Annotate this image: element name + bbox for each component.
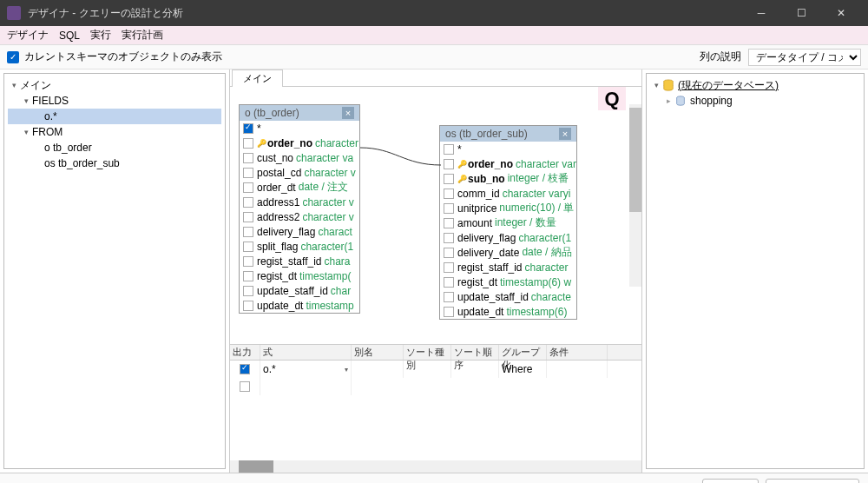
column-row[interactable]: 🔑order_nocharacter v — [240, 136, 359, 150]
column-checkbox[interactable] — [444, 307, 454, 317]
column-row[interactable]: address1character v — [240, 195, 359, 209]
column-checkbox[interactable] — [444, 262, 454, 273]
close-button[interactable]: ✕ — [821, 0, 861, 26]
output-checkbox[interactable] — [240, 381, 250, 392]
tree-main[interactable]: ▾メイン — [8, 77, 221, 93]
column-checkbox[interactable] — [444, 277, 454, 288]
menu-sql[interactable]: SQL — [59, 30, 80, 42]
tree-current-db[interactable]: ▾ (現在のデータベース) — [650, 77, 860, 93]
column-checkbox[interactable] — [243, 227, 253, 237]
column-checkbox[interactable] — [243, 301, 253, 311]
column-row[interactable]: postal_cdcharacter v — [240, 165, 359, 180]
grid-header-output[interactable]: 出力 — [230, 345, 260, 360]
schema-only-checkbox[interactable]: ✓ — [7, 51, 19, 63]
column-checkbox[interactable] — [243, 182, 253, 193]
tree-from-item[interactable]: o tb_order — [8, 140, 221, 155]
column-row[interactable]: update_dttimestamp — [240, 298, 359, 313]
table-header[interactable]: o (tb_order) × — [240, 105, 359, 121]
menu-plan[interactable]: 実行計画 — [122, 28, 163, 43]
column-checkbox[interactable] — [243, 168, 253, 178]
column-checkbox[interactable] — [444, 233, 454, 243]
column-row[interactable]: update_staff_idcharacte — [440, 289, 576, 304]
column-row[interactable]: order_dtdate / 注文 — [240, 180, 359, 195]
column-row[interactable]: cust_nocharacter va — [240, 150, 359, 165]
sortorder-cell[interactable] — [451, 361, 499, 378]
sorttype-cell[interactable] — [404, 361, 451, 378]
column-checkbox[interactable] — [243, 256, 253, 267]
column-row[interactable]: regist_dttimestamp( — [240, 268, 359, 283]
column-checkbox[interactable] — [444, 144, 454, 155]
column-row[interactable]: amountinteger / 数量 — [440, 215, 576, 230]
grid-scrollbar[interactable] — [230, 460, 641, 473]
column-checkbox[interactable] — [444, 248, 454, 258]
column-checkbox[interactable] — [444, 189, 454, 199]
column-checkbox[interactable] — [444, 292, 454, 302]
column-row[interactable]: unitpricenumeric(10) / 単 — [440, 201, 576, 215]
tree-from-item[interactable]: os tb_order_sub — [8, 155, 221, 171]
table-tb-order-sub[interactable]: os (tb_order_sub) × *🔑order_nocharacter … — [439, 125, 577, 320]
table-close-icon[interactable]: × — [342, 107, 354, 119]
column-row[interactable]: delivery_datedate / 納品 — [440, 245, 576, 260]
column-row[interactable]: delivery_flagcharact — [240, 224, 359, 239]
column-row[interactable]: * — [240, 121, 359, 136]
grid-header-sortorder[interactable]: ソート順序 — [451, 345, 499, 360]
menu-designer[interactable]: デザイナ — [7, 28, 49, 43]
group-cell[interactable]: Where — [499, 361, 547, 378]
column-row[interactable]: regist_staff_idchara — [240, 254, 359, 268]
grid-header-condition[interactable]: 条件 — [547, 345, 608, 360]
grid-row[interactable]: o.*▾ Where — [230, 361, 641, 378]
column-desc-select[interactable]: データタイプ / コメント — [748, 49, 861, 66]
grid-header-sorttype[interactable]: ソート種別 — [404, 345, 451, 360]
column-checkbox[interactable] — [243, 271, 253, 281]
table-tb-order[interactable]: o (tb_order) × *🔑order_nocharacter vcust… — [239, 104, 360, 314]
menu-execute[interactable]: 実行 — [90, 28, 111, 43]
query-icon[interactable]: Q — [598, 87, 626, 110]
column-checkbox[interactable] — [444, 159, 454, 169]
column-checkbox[interactable] — [243, 138, 253, 149]
column-checkbox[interactable] — [444, 174, 454, 184]
column-checkbox[interactable] — [243, 212, 253, 222]
column-row[interactable]: regist_staff_idcharacter — [440, 260, 576, 275]
expr-cell[interactable]: o.*▾ — [260, 361, 352, 378]
table-close-icon[interactable]: × — [559, 128, 571, 140]
canvas-scrollbar[interactable] — [629, 104, 641, 287]
column-name: regist_staff_id — [457, 261, 523, 274]
table-header[interactable]: os (tb_order_sub) × — [440, 126, 576, 142]
column-name: address1 — [257, 196, 299, 208]
condition-cell[interactable] — [547, 361, 608, 378]
alias-cell[interactable] — [352, 361, 404, 378]
canvas[interactable]: Q o (tb_order) × *🔑order_nocharacter vcu… — [230, 87, 641, 344]
column-checkbox[interactable] — [243, 242, 253, 252]
cancel-button[interactable]: ✖キャンセル — [766, 479, 859, 484]
tree-db-item[interactable]: ▸ shopping — [650, 93, 860, 109]
column-row[interactable]: delivery_flagcharacter(1 — [440, 230, 576, 245]
column-checkbox[interactable] — [243, 153, 253, 163]
column-row[interactable]: split_flagcharacter(1 — [240, 239, 359, 254]
output-checkbox[interactable] — [240, 364, 250, 374]
column-row[interactable]: regist_dttimestamp(6) w — [440, 275, 576, 289]
column-checkbox[interactable] — [444, 203, 454, 214]
column-checkbox[interactable] — [243, 123, 253, 134]
grid-header-alias[interactable]: 別名 — [352, 345, 404, 360]
tree-fields[interactable]: ▾FIELDS — [8, 93, 221, 109]
grid-header-expr[interactable]: 式 — [260, 345, 352, 360]
column-checkbox[interactable] — [444, 218, 454, 228]
minimize-button[interactable]: ─ — [741, 0, 781, 26]
chevron-down-icon[interactable]: ▾ — [345, 366, 348, 374]
tree-from[interactable]: ▾FROM — [8, 124, 221, 140]
tree-field-item[interactable]: o.* — [8, 109, 221, 124]
column-row[interactable]: * — [440, 142, 576, 156]
column-row[interactable]: 🔑sub_nointeger / 枝番 — [440, 171, 576, 186]
tab-main[interactable]: メイン — [232, 69, 283, 87]
column-row[interactable]: comm_idcharacter varyi — [440, 186, 576, 201]
ok-button[interactable]: ✔OK — [702, 479, 759, 484]
column-row[interactable]: update_dttimestamp(6) — [440, 304, 576, 319]
grid-header-group[interactable]: グループ化 — [499, 345, 547, 360]
column-row[interactable]: 🔑order_nocharacter vary — [440, 156, 576, 171]
column-row[interactable]: update_staff_idchar — [240, 283, 359, 298]
column-checkbox[interactable] — [243, 286, 253, 296]
column-row[interactable]: address2character v — [240, 209, 359, 224]
grid-row[interactable] — [230, 378, 641, 395]
maximize-button[interactable]: ☐ — [781, 0, 821, 26]
column-checkbox[interactable] — [243, 197, 253, 208]
